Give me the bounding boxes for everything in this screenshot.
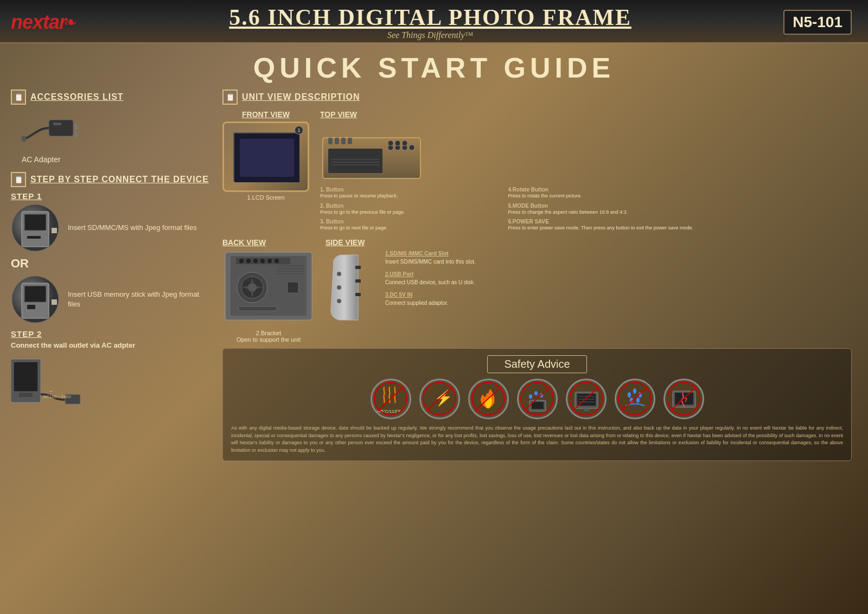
svg-point-44 bbox=[267, 259, 272, 263]
safety-icon-drops bbox=[615, 379, 655, 419]
btn-desc-6: 6.POWER SAVE Press to enter power save m… bbox=[508, 218, 694, 232]
front-frame-img: 1 bbox=[222, 121, 309, 192]
svg-rect-59 bbox=[355, 293, 361, 296]
wall-outlet-illustration: ← AC100～240V bbox=[11, 354, 92, 408]
svg-text:AC100～240V: AC100～240V bbox=[43, 394, 72, 399]
svg-rect-11 bbox=[24, 286, 46, 302]
lcd-content bbox=[234, 133, 299, 182]
svg-rect-0 bbox=[49, 120, 73, 136]
step2-section: STEP 2 Connect the wall outlet via AC ad… bbox=[11, 329, 209, 408]
svg-rect-8 bbox=[27, 236, 41, 239]
heat-svg: >45°C/113°F bbox=[373, 381, 409, 417]
step1-desc1: Insert SD/MMC/MS with Jpeg format files bbox=[68, 223, 197, 233]
svg-text:←: ← bbox=[49, 388, 54, 394]
unit-view-title: Unit View Description bbox=[242, 92, 360, 102]
svg-point-76 bbox=[534, 391, 538, 395]
screen-svg bbox=[569, 381, 604, 417]
steps-section: 📋 Step by Step Connect the Device STEP 1 bbox=[11, 172, 209, 408]
svg-rect-20 bbox=[240, 139, 294, 177]
back-view-box: Back View bbox=[222, 238, 315, 343]
electric-svg: ⚡ bbox=[422, 381, 457, 417]
svg-point-60 bbox=[337, 299, 341, 303]
svg-rect-55 bbox=[355, 266, 361, 269]
side-description: 1.SD/MS /MMC Card Slot Insert SD/MS/MMC … bbox=[385, 250, 476, 307]
steps-title: Step by Step Connect the Device bbox=[30, 175, 209, 184]
step2-label: STEP 2 bbox=[11, 329, 209, 338]
svg-rect-49 bbox=[239, 306, 277, 311]
ac-adapter-label: AC Adapter bbox=[22, 155, 61, 164]
top-views-row: Front View 1 1.LCD Screen Top Vi bbox=[222, 110, 852, 232]
logo-text: nextar bbox=[11, 11, 66, 34]
svg-rect-74 bbox=[532, 402, 544, 409]
lcd-screen bbox=[233, 132, 298, 181]
unit-view-header: 📋 Unit View Description bbox=[222, 89, 852, 105]
svg-point-58 bbox=[337, 285, 341, 290]
svg-rect-2 bbox=[75, 132, 78, 137]
step1-row1: Insert SD/MMC/MS with Jpeg format files bbox=[11, 203, 209, 252]
buttons-description: 1. Button Press to pause or resume playb… bbox=[320, 186, 693, 232]
top-view-label: Top View bbox=[320, 110, 693, 119]
svg-rect-14 bbox=[14, 362, 38, 392]
btn-desc-2: 2. Button Press to go to the previous fi… bbox=[320, 202, 506, 216]
safety-icon-screen bbox=[566, 379, 607, 419]
step1-row2: Insert USB memory stick with Jpeg format… bbox=[11, 275, 209, 324]
fire-svg bbox=[471, 381, 506, 417]
svg-point-45 bbox=[275, 259, 279, 263]
svg-rect-1 bbox=[75, 124, 78, 130]
or-separator: OR bbox=[11, 257, 209, 271]
sd-insert-illustration bbox=[11, 203, 60, 252]
middle-column: 📋 Unit View Description Front View bbox=[217, 89, 857, 609]
side-item-1: 1.SD/MS /MMC Card Slot Insert SD/MS/MMC … bbox=[385, 250, 476, 266]
svg-point-43 bbox=[260, 259, 265, 263]
logo-area: nextar ❧ bbox=[11, 11, 77, 34]
top-view-box: Top View bbox=[320, 110, 693, 232]
model-number: N5-101 bbox=[783, 10, 852, 35]
accessories-icon: 📋 bbox=[11, 89, 26, 105]
tagline: See Things Differently™ bbox=[77, 30, 783, 40]
svg-point-90 bbox=[628, 392, 631, 398]
svg-point-94 bbox=[636, 398, 640, 403]
accessories-title: Accessories List bbox=[30, 92, 124, 102]
step1-label: STEP 1 bbox=[11, 191, 209, 201]
svg-point-40 bbox=[239, 259, 244, 263]
safety-icon-crack bbox=[663, 379, 704, 419]
svg-point-41 bbox=[246, 259, 251, 263]
crack-svg bbox=[666, 381, 701, 417]
svg-rect-31 bbox=[335, 138, 339, 144]
side-view-img bbox=[326, 250, 380, 325]
svg-point-26 bbox=[409, 145, 414, 150]
svg-point-91 bbox=[633, 388, 636, 394]
svg-text:⚡: ⚡ bbox=[434, 389, 453, 407]
btn-desc-5: 5.MODE Button Press to change the aspect… bbox=[508, 202, 694, 216]
safety-title-bar: Safety Advice bbox=[231, 355, 843, 373]
btn-desc-4: 4.Rotate Button Press to rotate the curr… bbox=[508, 186, 694, 200]
svg-rect-12 bbox=[27, 305, 35, 309]
accessories-list: AC Adapter bbox=[11, 109, 209, 164]
safety-icon-electric: ⚡ bbox=[419, 379, 460, 419]
svg-rect-57 bbox=[355, 279, 361, 283]
bottom-views-row: Back View bbox=[222, 238, 852, 343]
side-view-box: Side View bbox=[326, 238, 476, 343]
svg-rect-3 bbox=[22, 136, 26, 142]
back-item-label: 2.Bracket Open to support the unit bbox=[222, 330, 315, 343]
left-column: 📋 Accessories List AC bbox=[11, 89, 217, 609]
svg-rect-15 bbox=[19, 393, 33, 397]
safety-icons-row: >45°C/113°F ⚡ bbox=[231, 379, 843, 419]
safety-icon-heat: >45°C/113°F bbox=[371, 379, 411, 419]
svg-point-29 bbox=[402, 140, 407, 146]
svg-rect-33 bbox=[348, 138, 352, 144]
page-title: QUICK START GUIDE bbox=[0, 43, 868, 89]
btn-desc-1: 1. Button Press to pause or resume playb… bbox=[320, 186, 506, 200]
side-view-label: Side View bbox=[326, 238, 476, 247]
steps-header: 📋 Step by Step Connect the Device bbox=[11, 172, 209, 187]
accessories-section: 📋 Accessories List AC bbox=[11, 89, 209, 164]
svg-rect-4 bbox=[53, 123, 61, 125]
front-item-label: 1.LCD Screen bbox=[247, 194, 284, 201]
svg-point-75 bbox=[529, 394, 532, 399]
header-title: 5.6 Inch Digital Photo Frame See Things … bbox=[77, 4, 783, 40]
accessories-header: 📋 Accessories List bbox=[11, 89, 209, 105]
main-content: 📋 Accessories List AC bbox=[0, 89, 868, 609]
water-svg bbox=[520, 381, 555, 417]
svg-rect-22 bbox=[328, 149, 382, 173]
top-view-img bbox=[320, 121, 423, 181]
